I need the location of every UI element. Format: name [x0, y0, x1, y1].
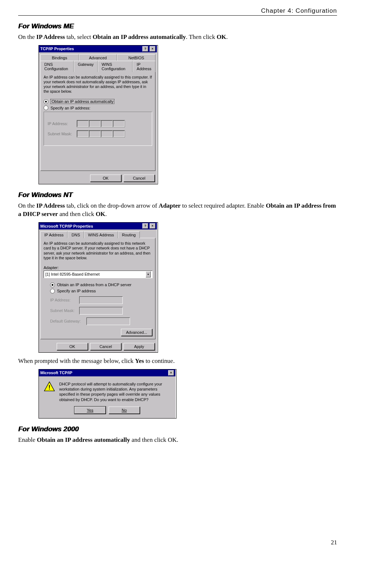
- label-gateway: Default Gateway:: [50, 319, 83, 323]
- ip-address-input: [77, 120, 125, 127]
- heading-windows-nt: For Windows NT: [18, 191, 337, 199]
- tab-netbios[interactable]: NetBIOS: [117, 54, 155, 61]
- radio-icon: [44, 99, 48, 104]
- tab-ipaddress[interactable]: IP Address: [40, 231, 68, 238]
- radio-icon: [50, 283, 55, 287]
- label-mask: Subnet Mask:: [50, 308, 76, 313]
- message-text: DHCP protocol will attempt to automatica…: [59, 381, 170, 402]
- cancel-button[interactable]: Cancel: [123, 175, 155, 182]
- dialog-tcpip-me: TCP/IP Properties ? × Bindings Advanced …: [39, 45, 157, 184]
- heading-windows-me: For Windows ME: [18, 22, 337, 30]
- help-icon[interactable]: ?: [142, 46, 148, 52]
- tab-dns[interactable]: DNS: [68, 231, 84, 238]
- radio-icon: [44, 105, 48, 110]
- tab-gateway[interactable]: Gateway: [74, 61, 97, 72]
- dialog-tcpip-nt: Microsoft TCP/IP Properties ? × IP Addre…: [39, 223, 157, 352]
- close-icon[interactable]: ×: [150, 46, 155, 52]
- para-windows-2000: Enable Obtain an IP address automaticall…: [18, 436, 337, 444]
- yes-button[interactable]: Yes: [74, 407, 106, 414]
- radio-dhcp[interactable]: Obtain an IP address from a DHCP server: [50, 283, 152, 287]
- title-text: TCP/IP Properties: [40, 47, 74, 51]
- tab-row: IP Address DNS WINS Address Routing: [39, 229, 157, 238]
- radio-specify[interactable]: Specify an IP address:: [44, 105, 152, 110]
- tab-advanced[interactable]: Advanced: [79, 54, 117, 61]
- gateway-input: [86, 317, 130, 325]
- close-icon[interactable]: ×: [150, 223, 155, 229]
- titlebar: Microsoft TCP/IP ×: [39, 369, 175, 376]
- label-adapter: Adapter:: [44, 265, 152, 270]
- subnet-mask-input: [77, 130, 125, 137]
- radio-icon: [50, 289, 55, 293]
- cancel-button[interactable]: Cancel: [90, 343, 121, 350]
- ok-button[interactable]: OK: [90, 175, 121, 182]
- ip-fields-group: IP Address: Subnet Mask:: [44, 112, 152, 146]
- label-ip: IP Address:: [50, 298, 76, 302]
- title-text: Microsoft TCP/IP Properties: [40, 224, 93, 228]
- radio-specify[interactable]: Specify an IP address: [50, 289, 152, 293]
- tab-wins[interactable]: WINS Configuration: [98, 61, 133, 72]
- chevron-down-icon: ▼: [146, 271, 151, 277]
- adapter-dropdown[interactable]: [1] Intel 82595-Based Ethernet ▼: [44, 271, 153, 278]
- info-text: An IP address can be automatically assig…: [44, 75, 152, 94]
- tab-row-1: Bindings Advanced NetBIOS: [39, 52, 157, 60]
- tab-row-2: DNS Configuration Gateway WINS Configura…: [39, 60, 157, 72]
- label-mask: Subnet Mask:: [48, 132, 73, 136]
- tab-routing[interactable]: Routing: [118, 231, 140, 238]
- advanced-button[interactable]: Advanced...: [121, 329, 152, 336]
- heading-windows-2000: For Windows 2000: [18, 425, 337, 433]
- info-text: An IP address can be automatically assig…: [44, 241, 152, 260]
- tab-wins[interactable]: WINS Address: [84, 231, 118, 238]
- titlebar: TCP/IP Properties ? ×: [39, 45, 157, 52]
- title-text: Microsoft TCP/IP: [40, 371, 72, 375]
- tab-ipaddress[interactable]: IP Address: [133, 61, 155, 72]
- titlebar: Microsoft TCP/IP Properties ? ×: [39, 223, 157, 229]
- tab-dns[interactable]: DNS Configuration: [40, 61, 74, 72]
- ip-input: [79, 296, 123, 304]
- mask-input: [79, 307, 123, 315]
- dialog-dhcp-confirm: Microsoft TCP/IP × ! DHCP protocol will …: [39, 369, 175, 418]
- ok-button[interactable]: OK: [57, 343, 88, 350]
- label-ip: IP Address:: [48, 121, 73, 126]
- page-header: Chapter 4: Configuration: [18, 7, 337, 16]
- para-nt-after: When prompted with the message below, cl…: [18, 357, 337, 365]
- radio-obtain-auto[interactable]: Obtain an IP address automatically: [44, 99, 152, 104]
- para-windows-nt: On the IP Address tab, click on the drop…: [18, 202, 337, 219]
- close-icon[interactable]: ×: [168, 370, 174, 376]
- page-number: 21: [18, 539, 337, 546]
- no-button[interactable]: No: [109, 407, 140, 414]
- warning-icon: !: [44, 381, 55, 392]
- svg-text:!: !: [48, 384, 50, 391]
- para-windows-me: On the IP Address tab, select Obtain an …: [18, 33, 337, 41]
- help-icon[interactable]: ?: [142, 223, 148, 229]
- apply-button[interactable]: Apply: [123, 343, 155, 350]
- tab-bindings[interactable]: Bindings: [40, 54, 79, 61]
